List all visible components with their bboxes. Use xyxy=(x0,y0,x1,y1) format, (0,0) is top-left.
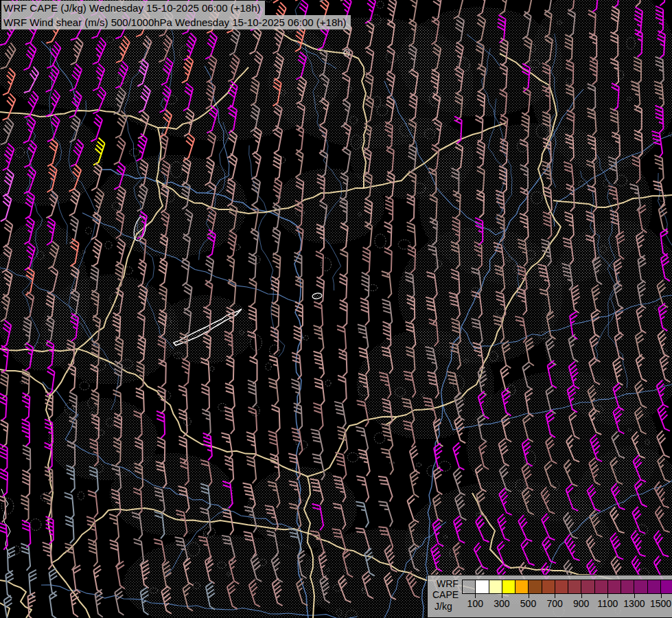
legend-color-cell xyxy=(594,580,608,594)
legend-colorbar xyxy=(462,580,672,594)
legend-tick-label: 1100 xyxy=(592,598,623,609)
legend-color-cell xyxy=(555,580,568,594)
legend-color-cell xyxy=(621,580,634,594)
legend-color-cell xyxy=(489,580,502,594)
map-canvas xyxy=(0,0,672,618)
legend-color-cell xyxy=(462,580,476,594)
legend-tick-label: 100 xyxy=(460,598,490,609)
legend-label-cape: CAPE xyxy=(432,590,459,600)
legend-color-cell xyxy=(475,580,489,594)
legend-color-cell xyxy=(660,580,672,594)
title-line-cape: WRF CAPE (J/kg) Wednesday 15-10-2025 06:… xyxy=(1,1,265,15)
legend-color-cell xyxy=(607,580,621,594)
legend-tick-label: 300 xyxy=(487,598,517,609)
legend-tick-label: 1300 xyxy=(619,598,649,609)
legend-color-cell xyxy=(647,580,661,594)
legend-color-cell xyxy=(542,580,555,594)
legend-label-wrf: WRF xyxy=(437,579,459,589)
legend-tick-label: 700 xyxy=(540,598,570,609)
legend-color-cell xyxy=(528,580,542,594)
title-line-windshear: WRF Wind shear (m/s) 500/1000hPa Wednesd… xyxy=(1,15,351,30)
legend-color-cell xyxy=(581,580,594,594)
legend-tick-label: 500 xyxy=(513,598,544,609)
legend-color-cell xyxy=(502,580,515,594)
cape-legend: WRF CAPE J/kg 10030050070090011001300150… xyxy=(427,575,672,617)
legend-color-cell xyxy=(568,580,581,594)
map-title-overlay: WRF CAPE (J/kg) Wednesday 15-10-2025 06:… xyxy=(1,1,351,30)
legend-tick-label: 900 xyxy=(566,598,596,609)
legend-label-unit: J/kg xyxy=(435,602,452,612)
legend-color-cell xyxy=(634,580,647,594)
legend-color-cell xyxy=(515,580,529,594)
weather-map-stage: WRF CAPE (J/kg) Wednesday 15-10-2025 06:… xyxy=(0,0,672,618)
legend-tick-label: 1500 xyxy=(646,598,672,609)
